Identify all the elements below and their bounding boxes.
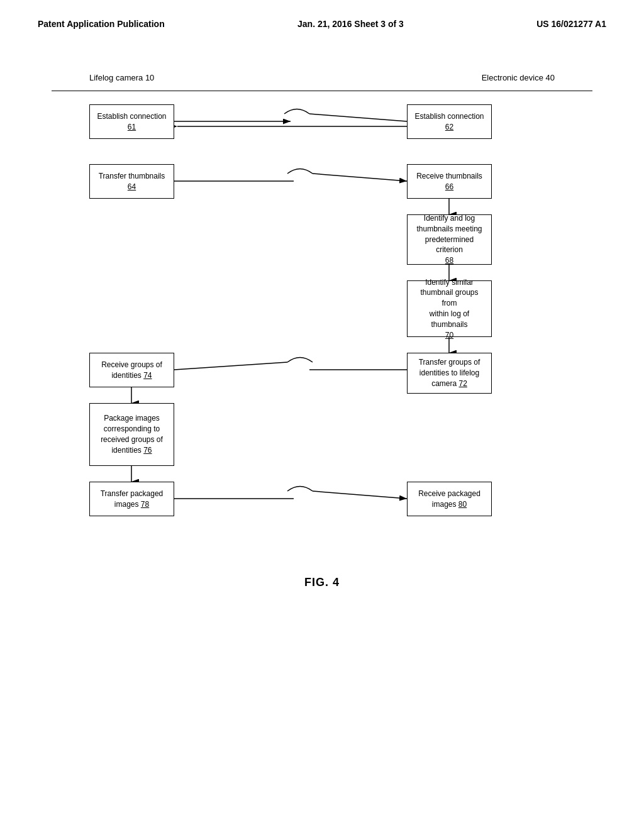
header-right: US 16/021277 A1 — [536, 19, 606, 29]
box-receive-groups-74: Receive groups ofidentities 74 — [89, 353, 174, 387]
box-package-images-76: Package imagescorresponding toreceived g… — [89, 403, 174, 466]
col-header-right: Electronic device 40 — [482, 73, 555, 82]
svg-line-12 — [174, 362, 287, 370]
header: Patent Application Publication Jan. 21, … — [0, 0, 644, 35]
box-label-62: Establish connection62 — [414, 111, 484, 133]
box-transfer-groups-72: Transfer groups ofidentities to lifelogc… — [407, 353, 492, 394]
box-label-76: Package imagescorresponding toreceived g… — [101, 413, 163, 455]
box-label-61: Establish connection61 — [97, 111, 166, 133]
page: Patent Application Publication Jan. 21, … — [0, 0, 644, 830]
col-header-left: Lifelog camera 10 — [89, 73, 154, 82]
box-label-78: Transfer packagedimages 78 — [101, 489, 164, 510]
svg-line-16 — [313, 491, 407, 499]
figure-caption: FIG. 4 — [0, 576, 644, 589]
box-establish-connection-61: Establish connection61 — [89, 104, 174, 139]
box-receive-packaged-80: Receive packagedimages 80 — [407, 482, 492, 516]
header-center: Jan. 21, 2016 Sheet 3 of 3 — [297, 19, 404, 29]
box-identify-similar-70: Identify similarthumbnail groups fromwit… — [407, 280, 492, 337]
box-transfer-packaged-78: Transfer packagedimages 78 — [89, 482, 174, 516]
box-identify-log-68: Identify and logthumbnails meetingpredet… — [407, 214, 492, 265]
box-label-72: Transfer groups ofidentities to lifelogc… — [419, 357, 480, 389]
box-establish-connection-62: Establish connection62 — [407, 104, 492, 139]
box-transfer-thumbnails-64: Transfer thumbnails64 — [89, 164, 174, 199]
header-left: Patent Application Publication — [38, 19, 165, 29]
svg-line-7 — [313, 174, 407, 181]
box-receive-thumbnails-66: Receive thumbnails66 — [407, 164, 492, 199]
column-divider — [52, 91, 592, 91]
diagram-area: Lifelog camera 10 Electronic device 40 — [52, 73, 592, 563]
box-label-66: Receive thumbnails66 — [416, 171, 482, 192]
box-label-64: Transfer thumbnails64 — [99, 171, 165, 192]
box-label-68: Identify and logthumbnails meetingpredet… — [416, 213, 482, 266]
box-label-80: Receive packagedimages 80 — [418, 489, 480, 510]
box-label-74: Receive groups ofidentities 74 — [101, 360, 162, 381]
svg-line-4 — [309, 114, 407, 121]
box-label-70: Identify similarthumbnail groups fromwit… — [413, 277, 486, 341]
